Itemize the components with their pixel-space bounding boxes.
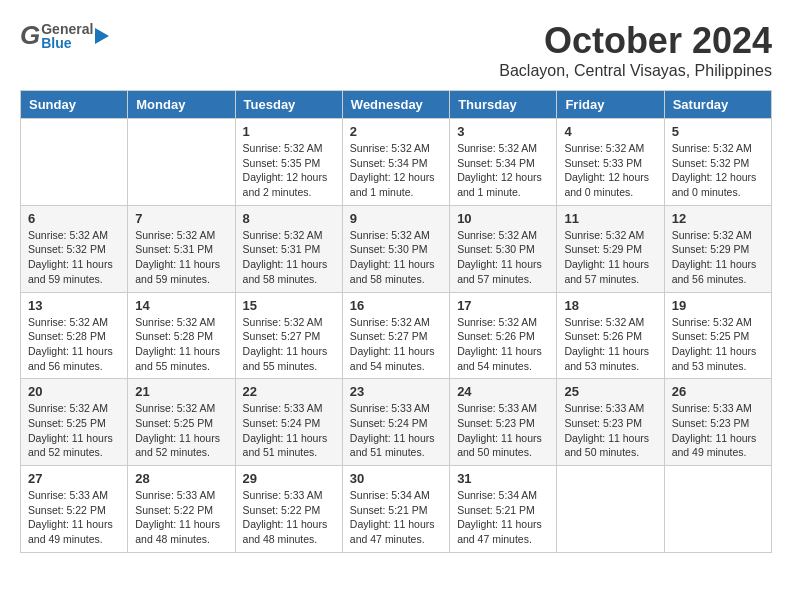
day-info: Sunrise: 5:33 AM Sunset: 5:23 PM Dayligh… xyxy=(457,401,549,460)
calendar-week-row: 20Sunrise: 5:32 AM Sunset: 5:25 PM Dayli… xyxy=(21,379,772,466)
day-info: Sunrise: 5:32 AM Sunset: 5:28 PM Dayligh… xyxy=(28,315,120,374)
calendar-day-cell: 26Sunrise: 5:33 AM Sunset: 5:23 PM Dayli… xyxy=(664,379,771,466)
logo-g: G xyxy=(20,20,40,51)
calendar-day-header: Monday xyxy=(128,91,235,119)
day-number: 4 xyxy=(564,124,656,139)
day-info: Sunrise: 5:32 AM Sunset: 5:26 PM Dayligh… xyxy=(457,315,549,374)
calendar-day-header: Saturday xyxy=(664,91,771,119)
day-info: Sunrise: 5:32 AM Sunset: 5:25 PM Dayligh… xyxy=(135,401,227,460)
day-number: 2 xyxy=(350,124,442,139)
day-number: 6 xyxy=(28,211,120,226)
day-number: 28 xyxy=(135,471,227,486)
day-number: 29 xyxy=(243,471,335,486)
calendar-week-row: 13Sunrise: 5:32 AM Sunset: 5:28 PM Dayli… xyxy=(21,292,772,379)
day-number: 16 xyxy=(350,298,442,313)
day-info: Sunrise: 5:33 AM Sunset: 5:24 PM Dayligh… xyxy=(243,401,335,460)
day-info: Sunrise: 5:32 AM Sunset: 5:32 PM Dayligh… xyxy=(28,228,120,287)
calendar-day-cell: 24Sunrise: 5:33 AM Sunset: 5:23 PM Dayli… xyxy=(450,379,557,466)
calendar-day-cell xyxy=(557,466,664,553)
day-number: 11 xyxy=(564,211,656,226)
calendar-day-cell xyxy=(21,119,128,206)
title-block: October 2024 Baclayon, Central Visayas, … xyxy=(499,20,772,80)
day-number: 10 xyxy=(457,211,549,226)
day-number: 7 xyxy=(135,211,227,226)
calendar-day-cell xyxy=(128,119,235,206)
calendar-day-cell: 1Sunrise: 5:32 AM Sunset: 5:35 PM Daylig… xyxy=(235,119,342,206)
day-number: 23 xyxy=(350,384,442,399)
calendar-day-cell: 12Sunrise: 5:32 AM Sunset: 5:29 PM Dayli… xyxy=(664,205,771,292)
calendar-day-cell: 27Sunrise: 5:33 AM Sunset: 5:22 PM Dayli… xyxy=(21,466,128,553)
day-info: Sunrise: 5:32 AM Sunset: 5:29 PM Dayligh… xyxy=(672,228,764,287)
day-number: 18 xyxy=(564,298,656,313)
calendar-day-cell: 15Sunrise: 5:32 AM Sunset: 5:27 PM Dayli… xyxy=(235,292,342,379)
calendar-day-cell: 31Sunrise: 5:34 AM Sunset: 5:21 PM Dayli… xyxy=(450,466,557,553)
day-info: Sunrise: 5:34 AM Sunset: 5:21 PM Dayligh… xyxy=(350,488,442,547)
day-number: 8 xyxy=(243,211,335,226)
day-number: 30 xyxy=(350,471,442,486)
calendar-day-cell: 16Sunrise: 5:32 AM Sunset: 5:27 PM Dayli… xyxy=(342,292,449,379)
day-number: 24 xyxy=(457,384,549,399)
calendar-day-cell: 28Sunrise: 5:33 AM Sunset: 5:22 PM Dayli… xyxy=(128,466,235,553)
day-number: 5 xyxy=(672,124,764,139)
calendar-day-cell: 9Sunrise: 5:32 AM Sunset: 5:30 PM Daylig… xyxy=(342,205,449,292)
day-number: 20 xyxy=(28,384,120,399)
month-title: October 2024 xyxy=(499,20,772,62)
day-number: 12 xyxy=(672,211,764,226)
day-info: Sunrise: 5:33 AM Sunset: 5:23 PM Dayligh… xyxy=(564,401,656,460)
location-title: Baclayon, Central Visayas, Philippines xyxy=(499,62,772,80)
day-info: Sunrise: 5:32 AM Sunset: 5:27 PM Dayligh… xyxy=(243,315,335,374)
calendar-week-row: 1Sunrise: 5:32 AM Sunset: 5:35 PM Daylig… xyxy=(21,119,772,206)
day-info: Sunrise: 5:32 AM Sunset: 5:30 PM Dayligh… xyxy=(350,228,442,287)
day-info: Sunrise: 5:32 AM Sunset: 5:25 PM Dayligh… xyxy=(28,401,120,460)
day-number: 14 xyxy=(135,298,227,313)
calendar-day-header: Tuesday xyxy=(235,91,342,119)
day-number: 15 xyxy=(243,298,335,313)
calendar-table: SundayMondayTuesdayWednesdayThursdayFrid… xyxy=(20,90,772,553)
day-number: 13 xyxy=(28,298,120,313)
calendar-week-row: 27Sunrise: 5:33 AM Sunset: 5:22 PM Dayli… xyxy=(21,466,772,553)
day-info: Sunrise: 5:32 AM Sunset: 5:28 PM Dayligh… xyxy=(135,315,227,374)
calendar-day-cell: 3Sunrise: 5:32 AM Sunset: 5:34 PM Daylig… xyxy=(450,119,557,206)
day-info: Sunrise: 5:32 AM Sunset: 5:31 PM Dayligh… xyxy=(135,228,227,287)
day-info: Sunrise: 5:32 AM Sunset: 5:35 PM Dayligh… xyxy=(243,141,335,200)
day-info: Sunrise: 5:33 AM Sunset: 5:22 PM Dayligh… xyxy=(243,488,335,547)
day-info: Sunrise: 5:32 AM Sunset: 5:33 PM Dayligh… xyxy=(564,141,656,200)
calendar-day-cell: 19Sunrise: 5:32 AM Sunset: 5:25 PM Dayli… xyxy=(664,292,771,379)
calendar-day-cell: 5Sunrise: 5:32 AM Sunset: 5:32 PM Daylig… xyxy=(664,119,771,206)
calendar-day-cell: 2Sunrise: 5:32 AM Sunset: 5:34 PM Daylig… xyxy=(342,119,449,206)
day-number: 9 xyxy=(350,211,442,226)
day-info: Sunrise: 5:32 AM Sunset: 5:34 PM Dayligh… xyxy=(350,141,442,200)
calendar-day-cell: 30Sunrise: 5:34 AM Sunset: 5:21 PM Dayli… xyxy=(342,466,449,553)
calendar-week-row: 6Sunrise: 5:32 AM Sunset: 5:32 PM Daylig… xyxy=(21,205,772,292)
day-info: Sunrise: 5:32 AM Sunset: 5:32 PM Dayligh… xyxy=(672,141,764,200)
day-number: 3 xyxy=(457,124,549,139)
day-number: 25 xyxy=(564,384,656,399)
logo-arrow-icon xyxy=(95,28,109,44)
day-info: Sunrise: 5:32 AM Sunset: 5:25 PM Dayligh… xyxy=(672,315,764,374)
calendar-day-cell: 23Sunrise: 5:33 AM Sunset: 5:24 PM Dayli… xyxy=(342,379,449,466)
calendar-day-cell: 7Sunrise: 5:32 AM Sunset: 5:31 PM Daylig… xyxy=(128,205,235,292)
day-info: Sunrise: 5:32 AM Sunset: 5:27 PM Dayligh… xyxy=(350,315,442,374)
calendar-day-cell: 17Sunrise: 5:32 AM Sunset: 5:26 PM Dayli… xyxy=(450,292,557,379)
calendar-day-cell: 11Sunrise: 5:32 AM Sunset: 5:29 PM Dayli… xyxy=(557,205,664,292)
day-info: Sunrise: 5:32 AM Sunset: 5:31 PM Dayligh… xyxy=(243,228,335,287)
day-number: 21 xyxy=(135,384,227,399)
day-info: Sunrise: 5:34 AM Sunset: 5:21 PM Dayligh… xyxy=(457,488,549,547)
day-number: 17 xyxy=(457,298,549,313)
calendar-day-cell: 4Sunrise: 5:32 AM Sunset: 5:33 PM Daylig… xyxy=(557,119,664,206)
calendar-day-header: Wednesday xyxy=(342,91,449,119)
day-info: Sunrise: 5:33 AM Sunset: 5:22 PM Dayligh… xyxy=(28,488,120,547)
day-number: 31 xyxy=(457,471,549,486)
calendar-day-cell: 21Sunrise: 5:32 AM Sunset: 5:25 PM Dayli… xyxy=(128,379,235,466)
calendar-day-cell: 6Sunrise: 5:32 AM Sunset: 5:32 PM Daylig… xyxy=(21,205,128,292)
calendar-day-cell: 13Sunrise: 5:32 AM Sunset: 5:28 PM Dayli… xyxy=(21,292,128,379)
calendar-day-header: Sunday xyxy=(21,91,128,119)
day-info: Sunrise: 5:32 AM Sunset: 5:26 PM Dayligh… xyxy=(564,315,656,374)
day-info: Sunrise: 5:32 AM Sunset: 5:34 PM Dayligh… xyxy=(457,141,549,200)
day-info: Sunrise: 5:32 AM Sunset: 5:29 PM Dayligh… xyxy=(564,228,656,287)
calendar-header-row: SundayMondayTuesdayWednesdayThursdayFrid… xyxy=(21,91,772,119)
day-number: 1 xyxy=(243,124,335,139)
calendar-day-cell: 29Sunrise: 5:33 AM Sunset: 5:22 PM Dayli… xyxy=(235,466,342,553)
calendar-day-cell: 10Sunrise: 5:32 AM Sunset: 5:30 PM Dayli… xyxy=(450,205,557,292)
day-info: Sunrise: 5:33 AM Sunset: 5:23 PM Dayligh… xyxy=(672,401,764,460)
